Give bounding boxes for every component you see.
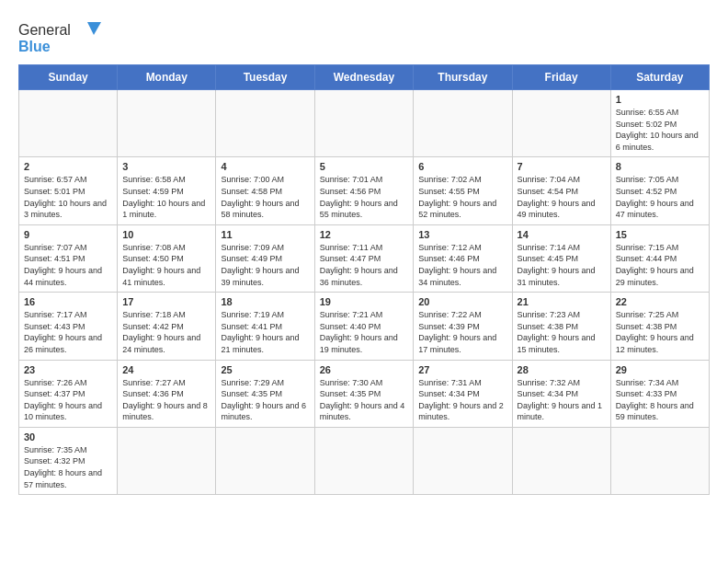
day-number: 6 bbox=[418, 161, 506, 172]
calendar-cell: 1Sunrise: 6:55 AM Sunset: 5:02 PM Daylig… bbox=[610, 90, 709, 157]
calendar-week-1: 1Sunrise: 6:55 AM Sunset: 5:02 PM Daylig… bbox=[19, 90, 710, 157]
day-number: 25 bbox=[221, 364, 309, 375]
weekday-header-tuesday: Tuesday bbox=[216, 65, 314, 90]
calendar-cell: 25Sunrise: 7:29 AM Sunset: 4:35 PM Dayli… bbox=[216, 360, 314, 427]
calendar-cell: 15Sunrise: 7:15 AM Sunset: 4:44 PM Dayli… bbox=[610, 224, 709, 292]
calendar-cell bbox=[512, 427, 610, 494]
day-info: Sunrise: 7:23 AM Sunset: 4:38 PM Dayligh… bbox=[518, 309, 606, 355]
calendar-cell: 18Sunrise: 7:19 AM Sunset: 4:41 PM Dayli… bbox=[216, 293, 314, 360]
calendar-cell: 21Sunrise: 7:23 AM Sunset: 4:38 PM Dayli… bbox=[512, 293, 610, 360]
day-info: Sunrise: 7:31 AM Sunset: 4:34 PM Dayligh… bbox=[418, 377, 506, 423]
calendar-week-2: 2Sunrise: 6:57 AM Sunset: 5:01 PM Daylig… bbox=[19, 157, 710, 224]
calendar-cell: 10Sunrise: 7:08 AM Sunset: 4:50 PM Dayli… bbox=[118, 224, 216, 292]
calendar-cell bbox=[414, 90, 512, 157]
day-number: 27 bbox=[418, 364, 506, 375]
day-info: Sunrise: 7:21 AM Sunset: 4:40 PM Dayligh… bbox=[320, 309, 409, 355]
day-number: 26 bbox=[320, 364, 409, 375]
calendar-cell bbox=[610, 427, 709, 494]
svg-text:Blue: Blue bbox=[18, 39, 51, 54]
calendar-cell: 29Sunrise: 7:34 AM Sunset: 4:33 PM Dayli… bbox=[610, 360, 709, 427]
calendar-cell bbox=[414, 427, 512, 494]
day-number: 7 bbox=[518, 161, 606, 172]
day-info: Sunrise: 7:01 AM Sunset: 4:56 PM Dayligh… bbox=[320, 174, 409, 220]
day-info: Sunrise: 7:30 AM Sunset: 4:35 PM Dayligh… bbox=[320, 377, 409, 423]
day-number: 28 bbox=[518, 364, 606, 375]
header: GeneralBlue bbox=[18, 18, 710, 55]
weekday-header-wednesday: Wednesday bbox=[314, 65, 414, 90]
day-info: Sunrise: 7:18 AM Sunset: 4:42 PM Dayligh… bbox=[122, 309, 210, 355]
day-number: 12 bbox=[320, 229, 409, 240]
day-number: 30 bbox=[24, 431, 112, 442]
calendar-week-4: 16Sunrise: 7:17 AM Sunset: 4:43 PM Dayli… bbox=[19, 293, 710, 360]
day-number: 19 bbox=[320, 296, 409, 307]
calendar-cell: 3Sunrise: 6:58 AM Sunset: 4:59 PM Daylig… bbox=[118, 157, 216, 224]
calendar-cell: 20Sunrise: 7:22 AM Sunset: 4:39 PM Dayli… bbox=[414, 293, 512, 360]
day-info: Sunrise: 7:34 AM Sunset: 4:33 PM Dayligh… bbox=[616, 377, 704, 423]
day-info: Sunrise: 7:14 AM Sunset: 4:45 PM Dayligh… bbox=[518, 242, 606, 288]
day-number: 24 bbox=[122, 364, 210, 375]
calendar-cell bbox=[314, 90, 414, 157]
day-info: Sunrise: 6:55 AM Sunset: 5:02 PM Dayligh… bbox=[616, 107, 704, 153]
weekday-header-row: SundayMondayTuesdayWednesdayThursdayFrid… bbox=[19, 65, 710, 90]
day-info: Sunrise: 7:22 AM Sunset: 4:39 PM Dayligh… bbox=[418, 309, 506, 355]
day-number: 14 bbox=[518, 229, 606, 240]
day-info: Sunrise: 7:04 AM Sunset: 4:54 PM Dayligh… bbox=[518, 174, 606, 220]
calendar-cell: 27Sunrise: 7:31 AM Sunset: 4:34 PM Dayli… bbox=[414, 360, 512, 427]
day-info: Sunrise: 7:29 AM Sunset: 4:35 PM Dayligh… bbox=[221, 377, 309, 423]
calendar-cell: 19Sunrise: 7:21 AM Sunset: 4:40 PM Dayli… bbox=[314, 293, 414, 360]
calendar-cell bbox=[216, 427, 314, 494]
day-number: 15 bbox=[616, 229, 704, 240]
day-info: Sunrise: 7:08 AM Sunset: 4:50 PM Dayligh… bbox=[122, 242, 210, 288]
weekday-header-saturday: Saturday bbox=[610, 65, 709, 90]
day-info: Sunrise: 7:25 AM Sunset: 4:38 PM Dayligh… bbox=[616, 309, 704, 355]
day-number: 2 bbox=[24, 161, 112, 172]
calendar-cell: 26Sunrise: 7:30 AM Sunset: 4:35 PM Dayli… bbox=[314, 360, 414, 427]
logo: GeneralBlue bbox=[18, 18, 110, 55]
weekday-header-sunday: Sunday bbox=[19, 65, 118, 90]
calendar-cell bbox=[19, 90, 118, 157]
day-info: Sunrise: 7:12 AM Sunset: 4:46 PM Dayligh… bbox=[418, 242, 506, 288]
day-number: 21 bbox=[518, 296, 606, 307]
day-info: Sunrise: 7:09 AM Sunset: 4:49 PM Dayligh… bbox=[221, 242, 309, 288]
day-info: Sunrise: 7:05 AM Sunset: 4:52 PM Dayligh… bbox=[616, 174, 704, 220]
day-info: Sunrise: 7:00 AM Sunset: 4:58 PM Dayligh… bbox=[221, 174, 309, 220]
calendar-week-3: 9Sunrise: 7:07 AM Sunset: 4:51 PM Daylig… bbox=[19, 224, 710, 292]
calendar-cell bbox=[118, 90, 216, 157]
day-number: 20 bbox=[418, 296, 506, 307]
day-info: Sunrise: 7:11 AM Sunset: 4:47 PM Dayligh… bbox=[320, 242, 409, 288]
svg-marker-2 bbox=[87, 22, 101, 35]
calendar-cell: 16Sunrise: 7:17 AM Sunset: 4:43 PM Dayli… bbox=[19, 293, 118, 360]
calendar-cell: 7Sunrise: 7:04 AM Sunset: 4:54 PM Daylig… bbox=[512, 157, 610, 224]
day-number: 11 bbox=[221, 229, 309, 240]
calendar-cell: 8Sunrise: 7:05 AM Sunset: 4:52 PM Daylig… bbox=[610, 157, 709, 224]
calendar-cell: 23Sunrise: 7:26 AM Sunset: 4:37 PM Dayli… bbox=[19, 360, 118, 427]
calendar-cell: 28Sunrise: 7:32 AM Sunset: 4:34 PM Dayli… bbox=[512, 360, 610, 427]
day-number: 1 bbox=[616, 94, 704, 105]
calendar-cell: 30Sunrise: 7:35 AM Sunset: 4:32 PM Dayli… bbox=[19, 427, 118, 494]
calendar-cell: 12Sunrise: 7:11 AM Sunset: 4:47 PM Dayli… bbox=[314, 224, 414, 292]
day-number: 29 bbox=[616, 364, 704, 375]
calendar-cell bbox=[512, 90, 610, 157]
day-number: 17 bbox=[122, 296, 210, 307]
calendar-week-6: 30Sunrise: 7:35 AM Sunset: 4:32 PM Dayli… bbox=[19, 427, 710, 494]
calendar-cell: 2Sunrise: 6:57 AM Sunset: 5:01 PM Daylig… bbox=[19, 157, 118, 224]
day-number: 8 bbox=[616, 161, 704, 172]
weekday-header-thursday: Thursday bbox=[414, 65, 512, 90]
calendar-week-5: 23Sunrise: 7:26 AM Sunset: 4:37 PM Dayli… bbox=[19, 360, 710, 427]
day-info: Sunrise: 7:15 AM Sunset: 4:44 PM Dayligh… bbox=[616, 242, 704, 288]
day-number: 9 bbox=[24, 229, 112, 240]
day-info: Sunrise: 7:27 AM Sunset: 4:36 PM Dayligh… bbox=[122, 377, 210, 423]
day-info: Sunrise: 7:19 AM Sunset: 4:41 PM Dayligh… bbox=[221, 309, 309, 355]
calendar: SundayMondayTuesdayWednesdayThursdayFrid… bbox=[18, 64, 710, 495]
calendar-cell bbox=[118, 427, 216, 494]
day-number: 22 bbox=[616, 296, 704, 307]
day-number: 16 bbox=[24, 296, 112, 307]
calendar-cell: 6Sunrise: 7:02 AM Sunset: 4:55 PM Daylig… bbox=[414, 157, 512, 224]
day-info: Sunrise: 6:57 AM Sunset: 5:01 PM Dayligh… bbox=[24, 174, 112, 220]
day-info: Sunrise: 7:07 AM Sunset: 4:51 PM Dayligh… bbox=[24, 242, 112, 288]
calendar-cell: 24Sunrise: 7:27 AM Sunset: 4:36 PM Dayli… bbox=[118, 360, 216, 427]
calendar-cell: 5Sunrise: 7:01 AM Sunset: 4:56 PM Daylig… bbox=[314, 157, 414, 224]
day-info: Sunrise: 7:32 AM Sunset: 4:34 PM Dayligh… bbox=[518, 377, 606, 423]
day-info: Sunrise: 7:26 AM Sunset: 4:37 PM Dayligh… bbox=[24, 377, 112, 423]
calendar-cell: 11Sunrise: 7:09 AM Sunset: 4:49 PM Dayli… bbox=[216, 224, 314, 292]
